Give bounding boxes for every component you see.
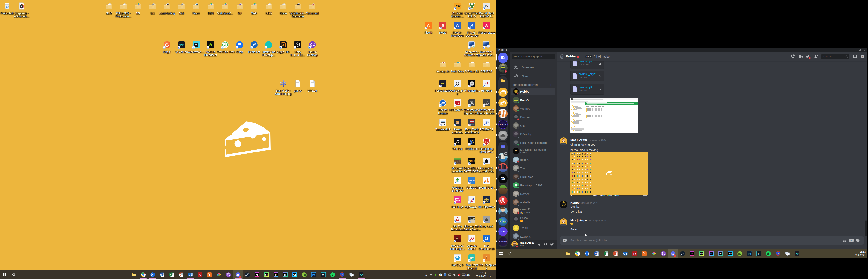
svg-text:P: P [179, 274, 181, 276]
svg-text:2: 2 [470, 197, 473, 203]
svg-text:FS: FS [485, 140, 488, 143]
svg-text:PC: PC [265, 274, 268, 276]
svg-text:S: S [486, 101, 488, 104]
svg-text:WS: WS [729, 253, 732, 255]
svg-text:CS: CS [456, 180, 459, 182]
svg-text:WS: WS [293, 274, 296, 276]
svg-text:W: W [594, 252, 596, 255]
svg-text:IJ: IJ [711, 253, 712, 255]
svg-text:Fz: Fz [633, 252, 636, 255]
svg-text:V: V [322, 273, 324, 277]
svg-text:V: V [758, 252, 760, 255]
svg-text:W: W [160, 274, 162, 276]
svg-text:2: 2 [460, 84, 460, 86]
svg-text:Ps: Ps [748, 252, 751, 255]
svg-text:X: X [604, 252, 606, 255]
svg-text:IJ: IJ [275, 274, 277, 276]
svg-text:PS: PS [256, 274, 258, 276]
svg-text:P: P [614, 252, 615, 255]
svg-text:S: S [777, 252, 779, 255]
svg-text:Z: Z [282, 43, 284, 46]
svg-text:HS: HS [303, 274, 306, 276]
svg-text:Fz: Fz [198, 274, 202, 277]
svg-text:?: ? [862, 55, 863, 58]
svg-text:S: S [341, 273, 343, 276]
svg-text:PS: PS [691, 253, 693, 255]
svg-text:S: S [471, 101, 473, 104]
svg-text:X: X [170, 274, 172, 276]
svg-text:PC: PC [700, 253, 703, 255]
svg-text:HS: HS [738, 253, 741, 255]
svg-text:Ps: Ps [312, 274, 315, 276]
svg-text:DG: DG [719, 253, 722, 255]
svg-text:DG: DG [284, 274, 286, 276]
